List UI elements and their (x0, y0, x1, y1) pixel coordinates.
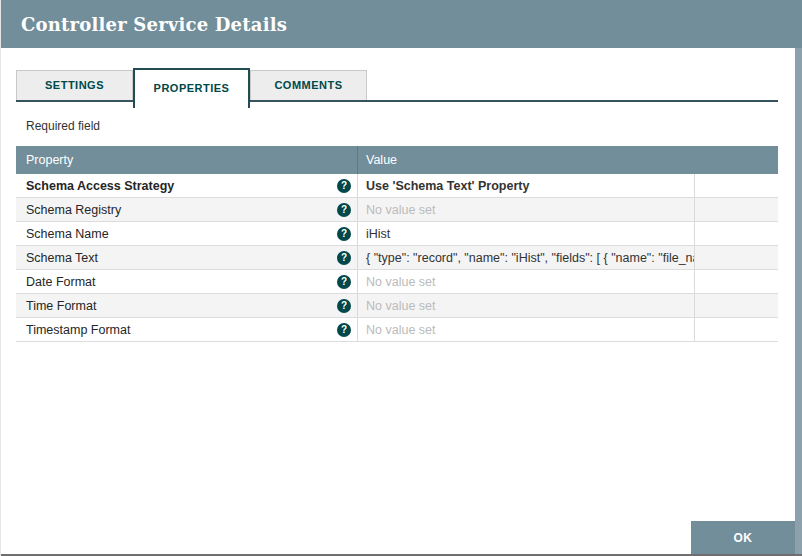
table-row[interactable]: Schema Access Strategy?Use 'Schema Text'… (16, 174, 778, 198)
property-name: Time Format (26, 299, 96, 313)
table-row[interactable]: Date Format?No value set (16, 270, 778, 294)
tab-properties[interactable]: PROPERTIES (133, 68, 250, 108)
row-extra-cell (694, 270, 778, 293)
property-cell: Timestamp Format? (16, 318, 357, 341)
table-row[interactable]: Time Format?No value set (16, 294, 778, 318)
property-cell: Schema Text? (16, 246, 357, 269)
help-icon[interactable]: ? (337, 299, 351, 313)
property-cell: Date Format? (16, 270, 357, 293)
row-extra-cell (694, 246, 778, 269)
property-name: Schema Registry (26, 203, 121, 217)
dialog-title: Controller Service Details (21, 14, 287, 35)
properties-table: Property Value Schema Access Strategy?Us… (16, 146, 778, 342)
column-header-property: Property (16, 153, 357, 167)
row-extra-cell (694, 174, 778, 197)
controller-service-details-dialog: Controller Service Details SETTINGS PROP… (0, 0, 802, 556)
property-name: Date Format (26, 275, 95, 289)
table-body: Schema Access Strategy?Use 'Schema Text'… (16, 174, 778, 342)
row-extra-cell (694, 294, 778, 317)
table-row[interactable]: Timestamp Format?No value set (16, 318, 778, 342)
row-extra-cell (694, 198, 778, 221)
help-icon[interactable]: ? (337, 275, 351, 289)
tab-comments[interactable]: COMMENTS (250, 70, 367, 100)
table-row[interactable]: Schema Text?{ "type": "record", "name": … (16, 246, 778, 270)
column-header-value: Value (357, 146, 694, 174)
table-row[interactable]: Schema Name?iHist (16, 222, 778, 246)
property-value[interactable]: No value set (357, 198, 694, 221)
property-cell: Schema Access Strategy? (16, 174, 357, 197)
property-name: Schema Name (26, 227, 109, 241)
property-cell: Time Format? (16, 294, 357, 317)
table-header: Property Value (16, 146, 778, 174)
property-value[interactable]: No value set (357, 270, 694, 293)
tab-settings[interactable]: SETTINGS (16, 70, 133, 100)
property-value[interactable]: { "type": "record", "name": "iHist", "fi… (357, 246, 694, 269)
property-value[interactable]: No value set (357, 318, 694, 341)
help-icon[interactable]: ? (337, 251, 351, 265)
row-extra-cell (694, 318, 778, 341)
property-value[interactable]: No value set (357, 294, 694, 317)
required-field-hint: Required field (26, 119, 802, 133)
column-header-extra (694, 146, 778, 174)
help-icon[interactable]: ? (337, 323, 351, 337)
property-value[interactable]: iHist (357, 222, 694, 245)
scrollbar-strip[interactable] (795, 48, 802, 556)
help-icon[interactable]: ? (337, 203, 351, 217)
table-row[interactable]: Schema Registry?No value set (16, 198, 778, 222)
ok-button[interactable]: OK (691, 521, 795, 554)
property-name: Schema Text (26, 251, 98, 265)
help-icon[interactable]: ? (337, 179, 351, 193)
tab-bar: SETTINGS PROPERTIES COMMENTS (16, 70, 778, 102)
help-icon[interactable]: ? (337, 227, 351, 241)
property-value[interactable]: Use 'Schema Text' Property (357, 174, 694, 197)
property-name: Schema Access Strategy (26, 179, 174, 193)
property-cell: Schema Name? (16, 222, 357, 245)
row-extra-cell (694, 222, 778, 245)
property-cell: Schema Registry? (16, 198, 357, 221)
property-name: Timestamp Format (26, 323, 130, 337)
dialog-header: Controller Service Details (1, 0, 802, 48)
